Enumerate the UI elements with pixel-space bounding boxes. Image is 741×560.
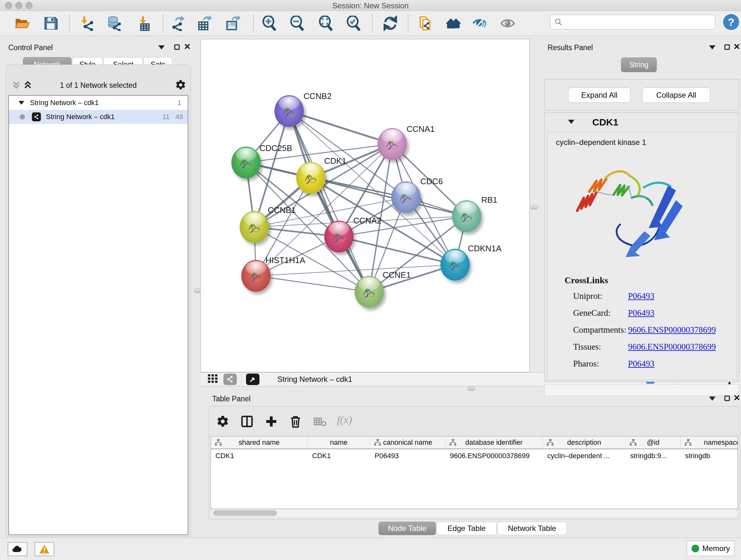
table-cell[interactable]: P06493 — [370, 450, 446, 462]
table-hscrollbar-track[interactable] — [211, 509, 737, 516]
save-session-button[interactable] — [42, 15, 59, 32]
column-header-namespace[interactable]: namespace — [681, 436, 738, 449]
cdk1-disclosure-icon[interactable] — [568, 120, 575, 124]
export-network-button[interactable] — [169, 15, 186, 32]
network-row-selected[interactable]: String Network – cdk1 11 48 — [9, 110, 188, 124]
collapse-all-networks-icon[interactable] — [11, 80, 21, 92]
network-node-RB1[interactable] — [452, 200, 481, 232]
network-canvas[interactable]: CCNB2CCNA1CDC25BCDK1CDC6RB1CCNB1CCNA2CDK… — [200, 39, 530, 372]
network-options-gear-icon[interactable] — [175, 79, 186, 92]
result-gene-name: CDK1 — [592, 117, 618, 128]
table-options-gear-icon[interactable] — [214, 414, 231, 429]
column-header-shared-name[interactable]: shared name — [211, 436, 308, 449]
show-details-button[interactable] — [499, 15, 516, 32]
birdseye-view-icon[interactable] — [246, 374, 259, 385]
warnings-button[interactable] — [35, 542, 54, 556]
show-columns-icon[interactable] — [239, 414, 255, 429]
column-header-description[interactable]: description — [543, 436, 626, 449]
zoom-in-button[interactable] — [261, 15, 278, 32]
toolbar-separator — [241, 374, 242, 385]
network-node-CCNE1[interactable] — [354, 276, 384, 308]
delete-column-trash-icon[interactable] — [287, 414, 304, 429]
zoom-fit-button[interactable] — [318, 15, 335, 32]
tab-network-table[interactable]: Network Table — [497, 522, 567, 535]
tab-edge-table[interactable]: Edge Table — [436, 522, 496, 535]
tab-string[interactable]: String — [621, 57, 657, 72]
delete-table-icon[interactable] — [312, 414, 328, 429]
crosslink-link[interactable]: P06493 — [628, 308, 655, 318]
collection-label: String Network – cdk1 — [30, 99, 98, 107]
results-scrollbar-track[interactable] — [544, 384, 739, 396]
string-home-button[interactable] — [445, 15, 462, 32]
collection-disclosure-icon[interactable] — [18, 101, 24, 105]
add-column-icon[interactable] — [263, 414, 280, 429]
zoom-out-button[interactable] — [289, 15, 306, 32]
results-panel-close-icon[interactable]: ✕ — [733, 44, 740, 50]
column-header-database-identifier[interactable]: database identifier — [446, 436, 543, 449]
collapse-all-button[interactable]: Collapse All — [642, 87, 711, 103]
table-cell[interactable]: CDK1 — [308, 450, 370, 462]
network-node-CDC6[interactable] — [391, 181, 421, 213]
network-node-CDKN1A[interactable] — [441, 249, 470, 281]
zoom-selected-button[interactable] — [345, 15, 362, 32]
results-panel-float-icon[interactable] — [724, 44, 730, 50]
network-node-CDC25B[interactable] — [231, 146, 261, 179]
open-file-button[interactable] — [13, 15, 30, 32]
refresh-layout-button[interactable] — [382, 15, 399, 32]
results-panel-menu-icon[interactable] — [709, 45, 716, 50]
horizontal-splitter-handle[interactable] — [468, 386, 475, 391]
network-collection-row[interactable]: String Network – cdk1 1 — [9, 96, 188, 110]
control-panel-float-icon[interactable] — [174, 44, 180, 50]
function-builder-icon[interactable]: f(x) — [337, 414, 352, 426]
expand-all-button[interactable]: Expand All — [568, 87, 630, 103]
search-input[interactable] — [562, 16, 715, 28]
crosslink-row: Uniprot:P06493 — [573, 291, 733, 301]
crosslink-link[interactable]: P06493 — [628, 291, 655, 301]
column-header-canonical-name[interactable]: canonical name — [370, 436, 446, 449]
table-cell[interactable]: stringdb:9... — [626, 450, 681, 462]
memory-button[interactable]: Memory — [687, 541, 735, 556]
table-panel-close-icon[interactable]: ✕ — [733, 395, 740, 401]
network-node-CDK1[interactable] — [296, 162, 326, 194]
import-table-button[interactable] — [135, 15, 152, 32]
network-share-badge-icon[interactable] — [223, 374, 237, 385]
crosslink-link[interactable]: P06493 — [628, 359, 655, 369]
network-node-CCNB1[interactable] — [240, 211, 269, 243]
import-database-button[interactable] — [106, 15, 123, 32]
export-image-button[interactable] — [224, 15, 241, 32]
network-node-label: HIST1H1A — [266, 255, 305, 265]
control-panel-close-icon[interactable]: ✕ — [184, 44, 191, 50]
table-panel-float-icon[interactable] — [724, 395, 730, 401]
hide-graphics-button[interactable] — [471, 15, 488, 32]
table-cell[interactable]: stringdb — [681, 450, 738, 462]
network-node-CCNB2[interactable] — [274, 95, 304, 127]
control-panel-menu-icon[interactable] — [158, 45, 165, 50]
tab-node-table[interactable]: Node Table — [379, 522, 436, 535]
table-cell[interactable]: cyclin–dependent ... — [543, 450, 626, 462]
export-table-icon — [197, 16, 212, 31]
help-button[interactable]: ? — [723, 14, 739, 30]
column-header--id[interactable]: @id — [626, 436, 681, 449]
clone-network-button[interactable] — [417, 15, 434, 32]
crosslink-link[interactable]: 9606.ENSP00000378699 — [628, 342, 716, 352]
table-hscrollbar-thumb[interactable] — [213, 510, 277, 516]
table-panel-menu-icon[interactable] — [709, 396, 716, 401]
crosslink-link[interactable]: 9606.ENSP00000378699 — [628, 325, 716, 335]
table-cell[interactable]: CDK1 — [211, 450, 308, 462]
network-node-CCNA1[interactable] — [378, 128, 407, 160]
network-node-CCNA2[interactable] — [324, 221, 354, 253]
export-table-button[interactable] — [196, 15, 213, 32]
import-network-button[interactable] — [78, 15, 96, 32]
export-network-icon — [170, 16, 185, 31]
grid-view-icon[interactable] — [207, 374, 219, 385]
cloud-button[interactable] — [8, 542, 27, 556]
network-node-label: CCNB2 — [304, 91, 332, 101]
table-cell[interactable]: 9606.ENSP00000378699 — [446, 450, 543, 462]
right-splitter-handle[interactable] — [530, 205, 538, 209]
zoom-selected-icon — [346, 16, 361, 31]
zoom-in-icon — [262, 16, 277, 31]
toolbar-separator — [253, 14, 254, 33]
crosslink-row: Tissues:9606.ENSP00000378699 — [573, 342, 733, 352]
expand-all-networks-icon[interactable] — [23, 80, 32, 92]
column-header-name[interactable]: name — [308, 436, 370, 449]
